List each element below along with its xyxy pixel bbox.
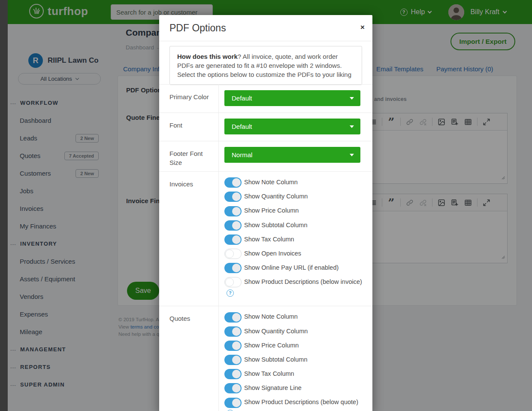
- toggle-knob: [232, 356, 241, 364]
- toggle-knob: [232, 221, 241, 230]
- toggle-knob: [232, 264, 241, 272]
- toggle-show-tax-column[interactable]: [224, 369, 242, 379]
- toggle-label: Show Quantity Column: [244, 328, 308, 335]
- toggle-label: Show Subtotal Column: [244, 222, 308, 228]
- toggle-knob: [232, 235, 241, 244]
- toggle-knob: [232, 384, 241, 393]
- primary-color-row: Primary Color Default: [159, 84, 372, 113]
- toggle-knob: [232, 313, 241, 322]
- footer-font-size-label: Footer Font Size: [159, 141, 219, 171]
- toggle-label: Show Note Column: [244, 179, 298, 186]
- toggle-row: Show Subtotal Column: [224, 354, 366, 365]
- primary-color-value: Default: [232, 94, 252, 102]
- footer-font-size-value: Normal: [232, 151, 252, 158]
- toggle-row: Show Open Invoices: [224, 248, 366, 259]
- quotes-label: Quotes: [159, 306, 219, 411]
- toggle-show-price-column[interactable]: [224, 341, 242, 351]
- toggle-knob: [232, 178, 241, 187]
- toggle-knob: [225, 278, 234, 286]
- toggle-knob: [232, 341, 241, 350]
- toggle-row: Show Signature Line: [224, 383, 366, 393]
- toggle-label: Show Product Descriptions (below quote): [244, 399, 358, 405]
- toggle-label: Show Subtotal Column: [244, 356, 308, 363]
- toggle-row: Show Product Descriptions (below invoice…: [224, 277, 366, 298]
- pdf-options-modal: PDF Options × How does this work? All in…: [159, 15, 372, 411]
- primary-color-select[interactable]: Default: [224, 90, 360, 106]
- toggle-show-quantity-column[interactable]: [224, 192, 242, 202]
- toggle-row: Show Quantity Column: [224, 326, 366, 337]
- font-select[interactable]: Default: [224, 119, 360, 134]
- toggle-show-product-descriptions-below-invoice[interactable]: [224, 277, 242, 287]
- modal-intro: How does this work? All invoice, quote, …: [169, 46, 362, 85]
- font-label: Font: [159, 113, 219, 141]
- toggle-row: Show Quantity Column: [224, 191, 366, 202]
- toggle-label: Show Note Column: [244, 313, 298, 320]
- toggle-knob: [232, 192, 241, 201]
- toggle-label: Show Price Column: [244, 342, 299, 349]
- toggle-row: Show Note Column: [224, 311, 366, 322]
- modal-header: PDF Options ×: [159, 15, 372, 41]
- toggle-show-open-invoices[interactable]: [224, 249, 242, 259]
- toggle-label: Show Open Invoices: [244, 250, 301, 257]
- toggle-label: Show Product Descriptions (below invoice…: [244, 278, 362, 285]
- app: turfhop ? Help Billy Kraft R RIIPL Lawn …: [0, 0, 532, 411]
- modal-title: PDF Options: [169, 22, 226, 34]
- toggle-row: Show Note Column: [224, 177, 366, 188]
- toggle-knob: [232, 370, 241, 378]
- toggle-show-tax-column[interactable]: [224, 234, 242, 245]
- toggle-show-subtotal-column[interactable]: [224, 355, 242, 365]
- toggle-show-price-column[interactable]: [224, 206, 242, 216]
- toggle-show-product-descriptions-below-quote[interactable]: [224, 398, 242, 408]
- toggle-row: Show Product Descriptions (below quote)?: [224, 397, 366, 411]
- toggle-row: Show Tax Column: [224, 234, 366, 245]
- toggle-show-quantity-column[interactable]: [224, 326, 242, 337]
- caret-down-icon: [350, 97, 354, 100]
- toggle-row: Show Online Pay URL (if enabled): [224, 262, 366, 273]
- help-icon[interactable]: ?: [227, 289, 234, 297]
- quotes-row: Quotes Show Note ColumnShow Quantity Col…: [159, 306, 372, 411]
- footer-font-size-select[interactable]: Normal: [224, 147, 360, 163]
- intro-bold: How does this work: [177, 53, 238, 60]
- toggle-label: Show Tax Column: [244, 370, 294, 377]
- caret-down-icon: [350, 125, 354, 128]
- toggle-show-note-column[interactable]: [224, 177, 242, 188]
- primary-color-label: Primary Color: [159, 85, 219, 113]
- toggle-row: Show Price Column: [224, 205, 366, 216]
- toggle-knob: [225, 250, 234, 258]
- toggle-label: Show Price Column: [244, 207, 299, 214]
- caret-down-icon: [350, 154, 354, 156]
- font-value: Default: [232, 123, 252, 130]
- toggle-label: Show Tax Column: [244, 236, 294, 243]
- toggle-knob: [232, 399, 241, 407]
- toggle-label: Show Quantity Column: [244, 193, 308, 200]
- toggle-show-note-column[interactable]: [224, 312, 242, 323]
- invoices-row: Invoices Show Note ColumnShow Quantity C…: [159, 171, 372, 306]
- modal-settings: Primary Color Default Font Default: [159, 84, 372, 411]
- toggle-row: Show Tax Column: [224, 368, 366, 379]
- close-icon[interactable]: ×: [360, 24, 365, 31]
- font-row: Font Default: [159, 113, 372, 141]
- invoices-label: Invoices: [159, 172, 219, 306]
- toggle-show-subtotal-column[interactable]: [224, 220, 242, 231]
- toggle-row: Show Price Column: [224, 340, 366, 351]
- toggle-show-online-pay-url-if-enabled[interactable]: [224, 263, 242, 273]
- toggle-label: Show Online Pay URL (if enabled): [244, 264, 339, 271]
- toggle-knob: [232, 207, 241, 216]
- toggle-label: Show Signature Line: [244, 384, 302, 391]
- toggle-show-signature-line[interactable]: [224, 383, 242, 393]
- toggle-knob: [232, 327, 241, 336]
- footer-font-size-row: Footer Font Size Normal: [159, 141, 372, 171]
- toggle-row: Show Subtotal Column: [224, 220, 366, 231]
